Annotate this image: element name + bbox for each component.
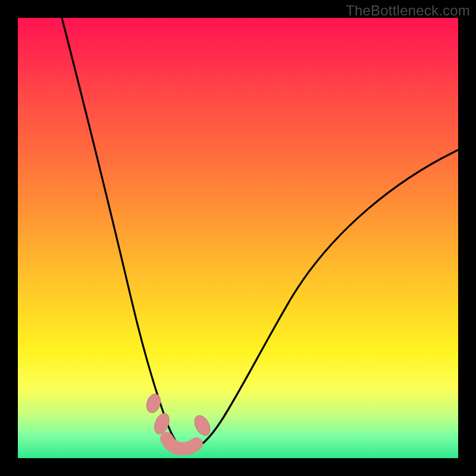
marker-blob-left-lower: [152, 411, 172, 436]
marker-bottom-stroke: [167, 439, 196, 449]
marker-blob-right: [192, 413, 213, 438]
chart-overlay-svg: [18, 18, 458, 458]
marker-group: [145, 392, 214, 449]
marker-blob-left-upper: [145, 392, 163, 414]
watermark-text: TheBottleneck.com: [346, 2, 470, 19]
bottleneck-curve-path: [62, 18, 458, 449]
